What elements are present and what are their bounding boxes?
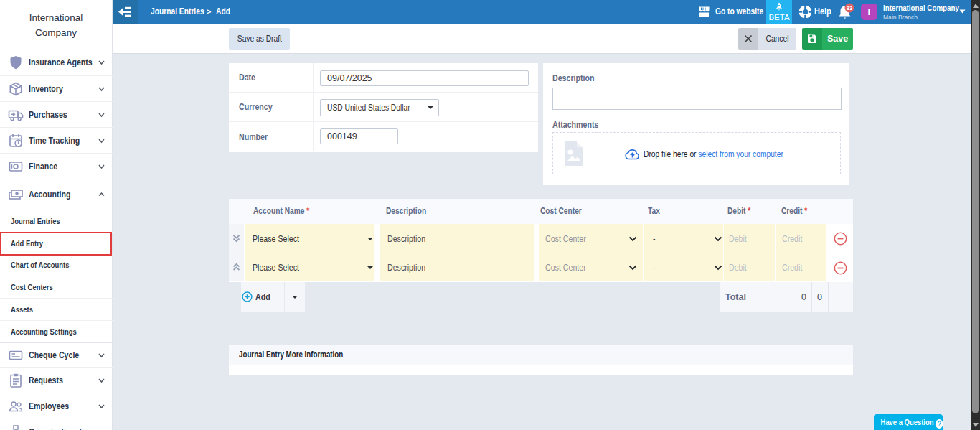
svg-text:83: 83 (847, 5, 853, 11)
